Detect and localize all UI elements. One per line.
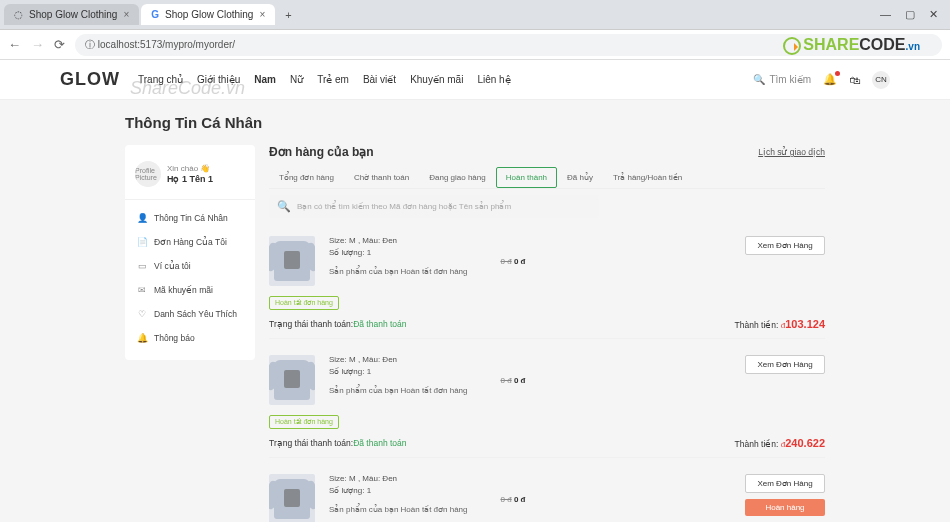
tab-all[interactable]: Tổng đơn hàng xyxy=(269,167,344,188)
product-status: Sản phẩm của bạn Hoàn tất đơn hàng xyxy=(329,386,469,395)
line-price: 0 đ 0 đ xyxy=(483,376,543,385)
sidebar-item-wishlist[interactable]: ♡Danh Sách Yêu Thích xyxy=(125,302,255,326)
order-total: Thành tiền: đ240.622 xyxy=(735,437,825,449)
product-attrs: Size: M , Màu: Đen xyxy=(329,236,469,245)
order-search-placeholder: Bạn có thể tìm kiếm theo Mã đơn hàng hoặ… xyxy=(297,202,511,211)
order-total: Thành tiền: đ103.124 xyxy=(735,318,825,330)
tab-cancelled[interactable]: Đã hủy xyxy=(557,167,603,188)
browser-tab[interactable]: ◌ Shop Glow Clothing × xyxy=(4,4,139,25)
tab-title: Shop Glow Clothing xyxy=(29,9,117,20)
reload-icon[interactable]: ⟳ xyxy=(54,37,65,52)
product-qty: Số lượng: 1 xyxy=(329,367,469,376)
greeting: Xin chào 👋 xyxy=(167,164,213,173)
username: Họ 1 Tên 1 xyxy=(167,174,213,184)
mail-icon: ✉ xyxy=(137,285,147,295)
order-tabs: Tổng đơn hàng Chờ thanh toán Đang giao h… xyxy=(269,167,825,189)
status-badge: Hoàn tất đơn hàng xyxy=(269,296,339,310)
product-image[interactable] xyxy=(269,236,315,286)
order-card: Size: M , Màu: Đen Số lượng: 1 Sản phẩm … xyxy=(269,230,825,339)
sidebar-item-orders[interactable]: 📄Đơn Hàng Của Tôi xyxy=(125,230,255,254)
heart-icon: ♡ xyxy=(137,309,147,319)
product-status: Sản phẩm của bạn Hoàn tất đơn hàng xyxy=(329,505,469,514)
tab-shipping[interactable]: Đang giao hàng xyxy=(419,167,496,188)
close-icon[interactable]: × xyxy=(123,9,129,20)
maximize-icon[interactable]: ▢ xyxy=(905,8,915,21)
status-badge: Hoàn tất đơn hàng xyxy=(269,415,339,429)
sharecode-watermark-logo: SHARECODE.vn xyxy=(783,36,920,55)
sidebar-item-coupon[interactable]: ✉Mã khuyến mãi xyxy=(125,278,255,302)
search-icon: 🔍 xyxy=(753,74,765,85)
user-icon: 👤 xyxy=(137,213,147,223)
profile-block: Profile Picture Xin chào 👋 Họ 1 Tên 1 xyxy=(125,155,255,200)
order-search[interactable]: 🔍 Bạn có thể tìm kiếm theo Mã đơn hàng h… xyxy=(269,195,599,218)
globe-icon: ◌ xyxy=(14,9,23,20)
payment-status: Trạng thái thanh toán:Đã thanh toán xyxy=(269,319,407,329)
back-icon[interactable]: ← xyxy=(8,37,21,52)
product-image[interactable] xyxy=(269,355,315,405)
tab-return[interactable]: Trả hàng/Hoàn tiền xyxy=(603,167,692,188)
product-attrs: Size: M , Màu: Đen xyxy=(329,474,469,483)
google-icon: G xyxy=(151,9,159,20)
search-icon: 🔍 xyxy=(277,200,291,213)
url-text: localhost:5173/mypro/myorder/ xyxy=(98,39,235,50)
site-header: SHARECODE.vn GLOW Trang chủ Giới thiệu N… xyxy=(0,60,950,100)
bell-icon: 🔔 xyxy=(137,333,147,343)
nav-blog[interactable]: Bài viết xyxy=(363,74,396,85)
close-window-icon[interactable]: ✕ xyxy=(929,8,938,21)
orders-panel: Đơn hàng của bạn Lịch sử giao dịch Tổng … xyxy=(269,145,825,522)
tab-completed[interactable]: Hoàn thành xyxy=(496,167,557,188)
recycle-icon xyxy=(783,37,801,55)
profile-sidebar: Profile Picture Xin chào 👋 Họ 1 Tên 1 👤T… xyxy=(125,145,255,360)
product-attrs: Size: M , Màu: Đen xyxy=(329,355,469,364)
payment-status: Trạng thái thanh toán:Đã thanh toán xyxy=(269,438,407,448)
browser-tab-active[interactable]: G Shop Glow Clothing × xyxy=(141,4,275,25)
user-avatar[interactable]: CN xyxy=(872,71,890,89)
nav-contact[interactable]: Liên hệ xyxy=(477,74,510,85)
view-order-button[interactable]: Xem Đơn Hàng xyxy=(745,355,825,374)
product-qty: Số lượng: 1 xyxy=(329,248,469,257)
line-price: 0 đ 0 đ xyxy=(483,257,543,266)
orders-title: Đơn hàng của bạn xyxy=(269,145,374,159)
forward-icon[interactable]: → xyxy=(31,37,44,52)
product-status: Sản phẩm của bạn Hoàn tất đơn hàng xyxy=(329,267,469,276)
wallet-icon: ▭ xyxy=(137,261,147,271)
product-qty: Số lượng: 1 xyxy=(329,486,469,495)
nav-promo[interactable]: Khuyến mãi xyxy=(410,74,463,85)
header-search[interactable]: 🔍 Tìm kiếm xyxy=(753,74,811,85)
search-placeholder: Tìm kiếm xyxy=(769,74,811,85)
nav-women[interactable]: Nữ xyxy=(290,74,303,85)
sidebar-item-wallet[interactable]: ▭Ví của tôi xyxy=(125,254,255,278)
avatar[interactable]: Profile Picture xyxy=(135,161,161,187)
view-order-button[interactable]: Xem Đơn Hàng xyxy=(745,236,825,255)
bell-icon[interactable]: 🔔 xyxy=(823,73,837,86)
cart-icon[interactable]: 🛍 xyxy=(849,74,860,86)
tab-pending[interactable]: Chờ thanh toán xyxy=(344,167,419,188)
history-link[interactable]: Lịch sử giao dịch xyxy=(758,147,825,157)
return-button[interactable]: Hoàn hàng xyxy=(745,499,825,516)
site-logo[interactable]: GLOW xyxy=(60,69,120,90)
nav-kids[interactable]: Trẻ em xyxy=(317,74,349,85)
nav-men[interactable]: Nam xyxy=(254,74,276,85)
order-card: Size: M , Màu: Đen Số lượng: 1 Sản phẩm … xyxy=(269,468,825,522)
close-icon[interactable]: × xyxy=(259,9,265,20)
new-tab-button[interactable]: + xyxy=(277,5,299,25)
sidebar-item-profile[interactable]: 👤Thông Tin Cá Nhân xyxy=(125,206,255,230)
view-order-button[interactable]: Xem Đơn Hàng xyxy=(745,474,825,493)
watermark-text: ShareCode.vn xyxy=(130,78,245,99)
sidebar-item-notify[interactable]: 🔔Thông báo xyxy=(125,326,255,350)
product-image[interactable] xyxy=(269,474,315,522)
order-card: Size: M , Màu: Đen Số lượng: 1 Sản phẩm … xyxy=(269,349,825,458)
document-icon: 📄 xyxy=(137,237,147,247)
insecure-icon: ⓘ xyxy=(85,39,95,50)
page-title: Thông Tin Cá Nhân xyxy=(125,114,825,131)
browser-tab-strip: ◌ Shop Glow Clothing × G Shop Glow Cloth… xyxy=(0,0,950,30)
line-price: 0 đ 0 đ xyxy=(483,495,543,504)
tab-title: Shop Glow Clothing xyxy=(165,9,253,20)
minimize-icon[interactable]: — xyxy=(880,8,891,21)
